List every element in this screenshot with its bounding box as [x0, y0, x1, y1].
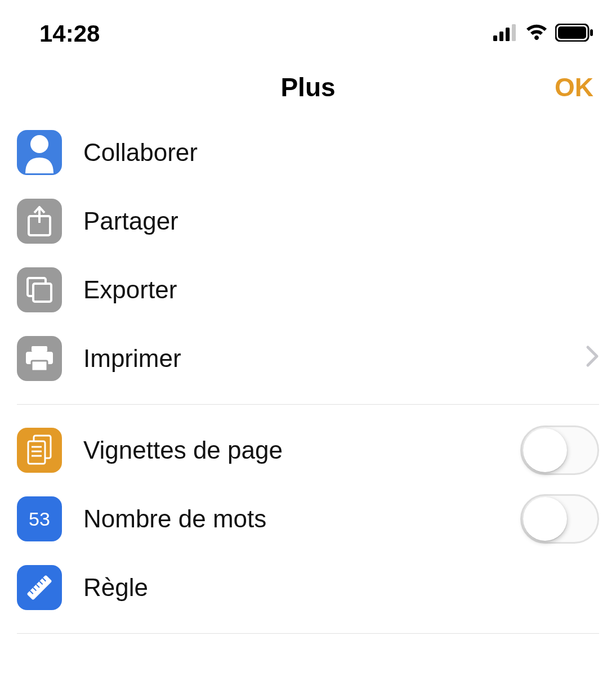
share-row[interactable]: Partager — [17, 187, 599, 256]
collaborate-icon — [17, 130, 62, 175]
svg-point-7 — [30, 135, 48, 153]
thumbnails-icon — [17, 428, 62, 473]
collaborate-row[interactable]: Collaborer — [17, 118, 599, 187]
action-list: Collaborer Partager Exporter — [0, 118, 616, 634]
chevron-right-icon — [586, 345, 599, 373]
ok-button[interactable]: OK — [555, 72, 593, 102]
thumbnails-toggle[interactable] — [520, 425, 599, 475]
svg-rect-5 — [558, 26, 586, 39]
share-label: Partager — [83, 207, 599, 235]
ruler-label: Règle — [83, 573, 599, 602]
svg-rect-6 — [590, 29, 593, 36]
wordcount-icon: 53 — [17, 496, 62, 541]
cellular-icon — [493, 24, 518, 43]
nav-bar: Plus OK — [0, 56, 616, 118]
toggle-knob — [523, 497, 567, 541]
svg-rect-16 — [28, 441, 45, 464]
wordcount-badge: 53 — [29, 508, 50, 530]
wordcount-row[interactable]: 53 Nombre de mots — [17, 485, 599, 553]
svg-rect-2 — [506, 28, 510, 41]
svg-rect-1 — [499, 32, 503, 41]
print-row[interactable]: Imprimer — [17, 324, 599, 393]
export-label: Exporter — [83, 276, 599, 304]
page-title: Plus — [280, 72, 335, 102]
battery-icon — [555, 24, 593, 44]
svg-rect-3 — [512, 24, 516, 41]
status-icons — [493, 24, 593, 44]
svg-rect-11 — [33, 284, 51, 302]
divider — [17, 404, 599, 405]
wordcount-label: Nombre de mots — [83, 505, 499, 533]
status-bar: 14:28 — [0, 0, 616, 56]
wifi-icon — [525, 24, 548, 43]
export-row[interactable]: Exporter — [17, 256, 599, 324]
print-label: Imprimer — [83, 344, 564, 373]
status-time: 14:28 — [39, 20, 100, 47]
divider — [17, 633, 599, 634]
thumbnails-label: Vignettes de page — [83, 436, 499, 464]
ruler-row[interactable]: Règle — [17, 553, 599, 622]
svg-rect-12 — [32, 346, 47, 352]
thumbnails-row[interactable]: Vignettes de page — [17, 416, 599, 485]
toggle-knob — [523, 428, 567, 472]
collaborate-label: Collaborer — [83, 138, 599, 167]
svg-rect-0 — [493, 35, 497, 41]
share-icon — [17, 199, 62, 244]
export-icon — [17, 267, 62, 312]
svg-rect-14 — [32, 361, 47, 371]
ruler-icon — [17, 565, 62, 610]
print-icon — [17, 336, 62, 381]
wordcount-toggle[interactable] — [520, 494, 599, 544]
